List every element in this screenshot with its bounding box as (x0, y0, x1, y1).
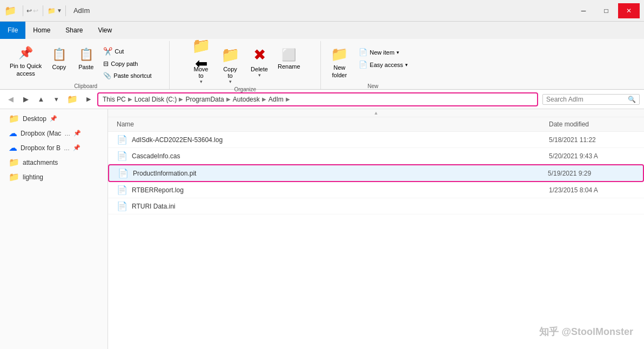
file-date-2: 5/20/2021 9:43 A (549, 152, 635, 160)
paste-icon: 📋 (79, 47, 93, 63)
easy-access-label: Easy access (370, 62, 403, 68)
desktop-folder-icon: 📁 (9, 113, 19, 124)
sidebar-item-lighting[interactable]: 📁 lighting (0, 170, 108, 184)
pin-desktop-icon: 📌 (50, 115, 57, 122)
file-row-5[interactable]: 📄 RTURI Data.ini (108, 198, 644, 214)
col-date-header[interactable]: Date modified (549, 120, 635, 128)
breadcrumb-this-pc[interactable]: This PC (103, 96, 126, 103)
lighting-folder-icon: 📁 (9, 172, 19, 182)
undo-button[interactable]: ↩ (26, 7, 32, 15)
search-icon: 🔍 (628, 96, 636, 103)
title-bar-sep2 (43, 5, 43, 16)
title-bar-folder-icon: 📁 (4, 5, 16, 17)
breadcrumb-adlm[interactable]: AdIm (269, 96, 284, 103)
pin-quick-access-button[interactable]: 📌 Pin to Quick access (6, 43, 45, 79)
file-icon-1: 📄 (117, 135, 128, 145)
window-controls: ─ □ ✕ (573, 3, 640, 18)
new-item-label: New item (370, 49, 394, 56)
paste-shortcut-button[interactable]: 📎 Paste shortcut (100, 70, 165, 81)
file-list: ▲ Name Date modified 📄 AdISdk-ACD2022EN-… (108, 109, 644, 349)
pin-dropbox-b-icon: 📌 (73, 144, 81, 151)
recent-button[interactable]: ▾ (50, 93, 63, 106)
file-row-3[interactable]: 📄 ProductInformation.pit 5/19/2021 9:29 (108, 164, 644, 182)
sidebar-lighting-label: lighting (23, 173, 43, 181)
breadcrumb-programdata[interactable]: ProgramData (185, 96, 224, 103)
breadcrumb-bar[interactable]: This PC ▶ Local Disk (C:) ▶ ProgramData … (97, 92, 538, 106)
copy-path-label: Copy path (111, 61, 138, 67)
redo-button[interactable]: ↩ (33, 7, 38, 15)
close-button[interactable]: ✕ (618, 3, 640, 18)
organize-label: Organize (234, 86, 257, 92)
copy-button[interactable]: 📋 Copy (46, 43, 72, 75)
file-name-2: CascadeInfo.cas (132, 152, 545, 160)
delete-dropdown-icon: ▾ (258, 72, 261, 78)
paste-button[interactable]: 📋 Paste (73, 43, 99, 75)
delete-icon-wrap: ✖ (247, 43, 271, 66)
move-to-icon-wrap: 📁⬅ (189, 43, 213, 66)
file-icon-3: 📄 (118, 168, 129, 178)
pin-dropbox-mac-icon: 📌 (73, 130, 81, 137)
maximize-button[interactable]: □ (595, 3, 617, 18)
copy-path-icon: ⊟ (103, 60, 109, 68)
quick-access-dropdown[interactable]: ▼ (57, 8, 62, 14)
forward-button[interactable]: ▶ (19, 93, 32, 106)
new-label: New (367, 83, 378, 89)
new-item-button[interactable]: 📄 New item ▾ (355, 46, 420, 58)
new-folder-button[interactable]: 📁 New folder (325, 43, 353, 81)
breadcrumb-sep2: ▶ (179, 96, 183, 102)
new-item-icon: 📄 (359, 48, 367, 56)
copy-to-button[interactable]: 📁 Copyto ▾ (216, 43, 244, 84)
sidebar-dropbox-b-label: Dropbox for B (21, 144, 61, 152)
breadcrumb-autodesk[interactable]: Autodesk (233, 96, 260, 103)
pin-label: Pin to Quick access (10, 62, 42, 78)
sidebar: 📁 Desktop 📌 ☁ Dropbox (Mac … 📌 ☁ Dropbox… (0, 109, 108, 349)
copy-to-dropdown-icon: ▾ (229, 79, 232, 84)
delete-label: Delete (251, 66, 268, 72)
search-input[interactable] (546, 96, 628, 103)
copy-label: Copy (52, 63, 66, 71)
file-name-3: ProductInformation.pit (133, 170, 544, 177)
menu-home[interactable]: Home (25, 22, 58, 39)
file-row-1[interactable]: 📄 AdISdk-ACD2022EN-53604.log 5/18/2021 1… (108, 132, 644, 148)
copy-path-button[interactable]: ⊟ Copy path (100, 58, 165, 69)
copy-to-label: Copyto (223, 66, 237, 79)
breadcrumb-local-disk[interactable]: Local Disk (C:) (135, 96, 177, 103)
sidebar-item-attachments[interactable]: 📁 attachments (0, 155, 108, 170)
file-icon-2: 📄 (117, 151, 128, 161)
new-small-group: 📄 New item ▾ 📄 Easy access ▾ (355, 46, 420, 70)
cut-button[interactable]: ✂️ Cut (100, 45, 165, 57)
collapse-bar[interactable]: ▲ (108, 109, 644, 117)
menu-view[interactable]: View (90, 22, 119, 39)
col-name-header[interactable]: Name (117, 120, 549, 128)
sidebar-desktop-label: Desktop (23, 115, 46, 123)
sidebar-item-dropbox-b[interactable]: ☁ Dropbox for B … 📌 (0, 140, 108, 155)
sidebar-dropbox-mac-label: Dropbox (Mac (21, 130, 61, 137)
easy-access-button[interactable]: 📄 Easy access ▾ (355, 59, 420, 70)
sidebar-item-dropbox-mac[interactable]: ☁ Dropbox (Mac … 📌 (0, 126, 108, 140)
easy-access-icon: 📄 (359, 61, 367, 69)
up-button[interactable]: ▲ (35, 93, 48, 106)
window-title: AdIm (73, 6, 90, 15)
minimize-button[interactable]: ─ (573, 3, 594, 18)
paste-shortcut-icon: 📎 (103, 72, 111, 79)
move-to-icon: 📁⬅ (190, 37, 212, 72)
file-date-1: 5/18/2021 11:22 (549, 136, 635, 144)
breadcrumb-dropdown-button[interactable]: ▶ (82, 93, 95, 106)
menu-file[interactable]: File (0, 22, 25, 39)
new-item-arrow: ▾ (397, 50, 399, 55)
delete-button[interactable]: ✖ Delete ▾ (245, 43, 273, 78)
search-box[interactable]: 🔍 (542, 94, 640, 105)
move-to-button[interactable]: 📁⬅ Moveto ▾ (187, 43, 215, 84)
file-row-2[interactable]: 📄 CascadeInfo.cas 5/20/2021 9:43 A (108, 148, 644, 164)
sidebar-item-desktop[interactable]: 📁 Desktop 📌 (0, 111, 108, 126)
menu-share[interactable]: Share (58, 22, 90, 39)
quick-access-nav-icon: 📁 (67, 94, 78, 104)
breadcrumb-sep3: ▶ (226, 96, 231, 102)
file-row-4[interactable]: 📄 RTBERReport.log 1/23/2015 8:04 A (108, 182, 644, 198)
collapse-icon: ▲ (374, 110, 379, 116)
paste-group: 📋 Paste ✂️ Cut ⊟ Copy path 📎 Paste short… (73, 43, 165, 81)
file-name-4: RTBERReport.log (132, 186, 545, 194)
back-button[interactable]: ◀ (4, 93, 17, 106)
main-area: 📁 Desktop 📌 ☁ Dropbox (Mac … 📌 ☁ Dropbox… (0, 109, 644, 349)
rename-button[interactable]: ⬜ Rename (274, 43, 304, 75)
